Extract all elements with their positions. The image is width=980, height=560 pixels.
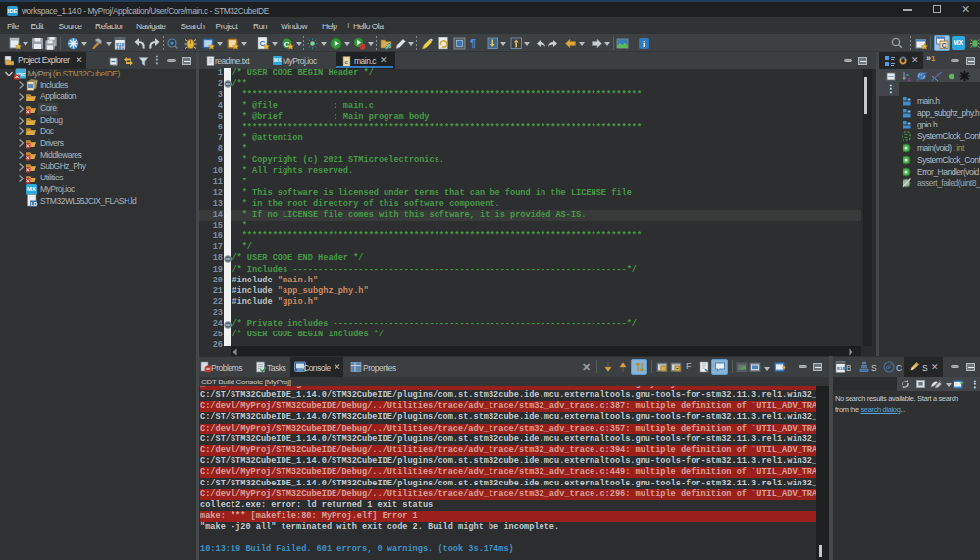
svg-text:z: z	[908, 76, 911, 82]
svg-text:C: C	[942, 41, 947, 48]
svg-text:101: 101	[116, 45, 124, 50]
svg-text:010: 010	[837, 366, 845, 371]
svg-text:LD: LD	[31, 202, 38, 207]
